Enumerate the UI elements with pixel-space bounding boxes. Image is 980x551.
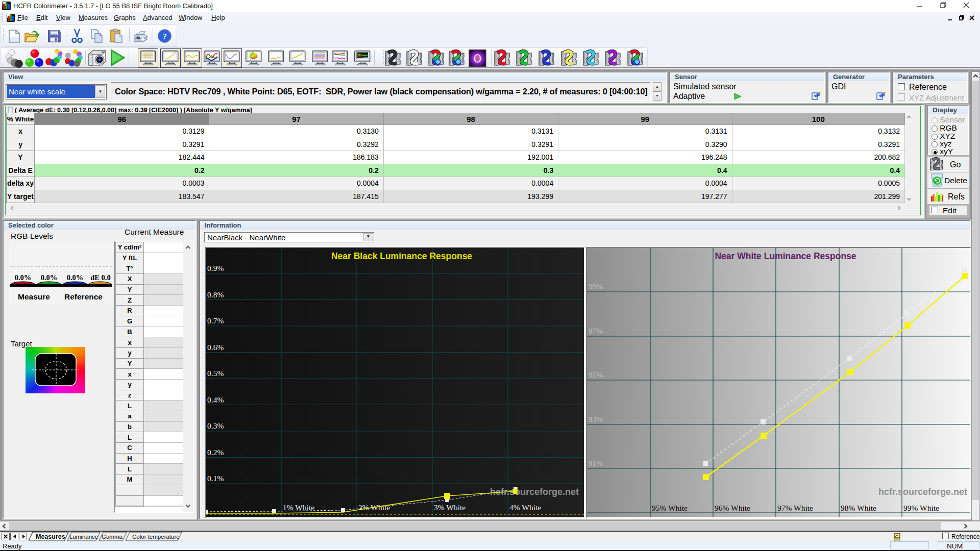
svg-text:Measures: Measures [36,533,65,540]
svg-text:dE 0.0: dE 0.0 [90,273,111,282]
svg-text:99%: 99% [589,282,603,291]
svg-text:0.3%: 0.3% [207,421,224,430]
svg-text:0.7%: 0.7% [207,316,224,325]
svg-text:0.9%: 0.9% [207,264,224,272]
svg-text:1% White: 1% White [283,503,314,512]
svg-text:hcfr.sourceforge.net: hcfr.sourceforge.net [878,487,967,497]
svg-text:4% White: 4% White [509,503,541,512]
svg-text:0.2%: 0.2% [207,448,224,457]
svg-text:0.0%: 0.0% [67,273,84,282]
svg-text:0.8%: 0.8% [207,290,224,299]
svg-text:98% White: 98% White [841,504,876,512]
svg-text:?: ? [162,32,167,41]
svg-text:3% White: 3% White [434,503,465,512]
svg-text:95% White: 95% White [652,504,688,512]
svg-text:Near White Luminance Response: Near White Luminance Response [715,251,856,261]
svg-text:0.4%: 0.4% [207,395,224,404]
svg-text:0.0%: 0.0% [41,273,58,282]
svg-text:0.1%: 0.1% [207,474,224,483]
svg-text:0.5%: 0.5% [207,369,224,378]
svg-text:91%: 91% [589,459,603,467]
svg-text:93%: 93% [589,415,603,423]
svg-text:Gamma: Gamma [102,534,123,540]
svg-text:0.0%: 0.0% [15,273,32,282]
svg-text:95%: 95% [589,370,603,379]
svg-text:Near Black Luminance Response: Near Black Luminance Response [331,251,472,261]
svg-text:97%: 97% [589,327,603,335]
svg-text:99% White: 99% White [903,504,939,512]
svg-text:Color temperature: Color temperature [132,534,180,540]
svg-text:96% White: 96% White [715,504,750,512]
svg-text:0.6%: 0.6% [207,343,224,352]
svg-text:97% White: 97% White [777,504,813,512]
svg-text:Luminance: Luminance [69,534,98,540]
